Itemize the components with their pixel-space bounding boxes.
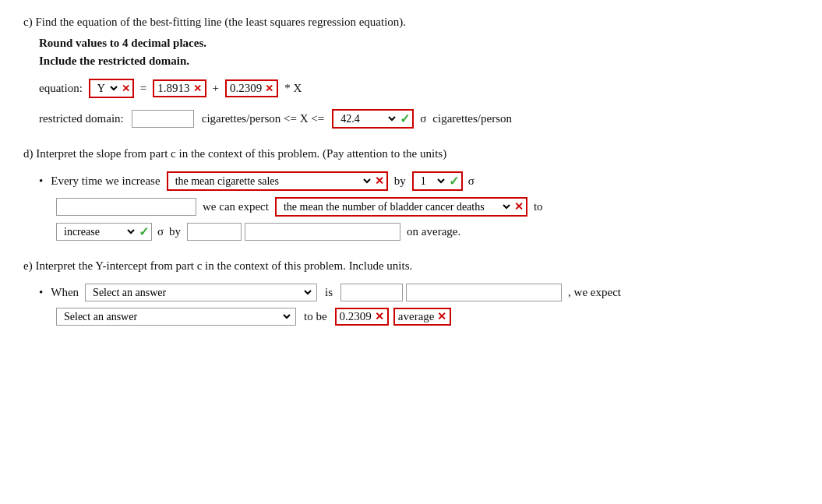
value-0309-box: 0.2309 ✕ [335,308,389,326]
average-label: average [398,310,435,323]
by-select[interactable]: 1 [416,174,447,189]
to-be-label: to be [304,310,327,323]
sigma-icon-domain: σ [420,112,426,125]
y-x-button[interactable]: ✕ [122,83,130,95]
part-e-row1: • When Select an answer is , we expect [39,284,799,301]
part-d: d) Interpret the slope from part c in th… [23,147,799,241]
y-dropdown-box[interactable]: Y ✕ [89,79,134,98]
intercept-x-button[interactable]: ✕ [193,83,202,95]
domain-include-text: Include the restricted domain. [39,55,799,68]
by-label: by [394,174,406,188]
by-check-icon: ✓ [449,174,459,189]
sigma-icon-2: σ [157,225,164,238]
unit-blank-input[interactable] [56,198,196,216]
part-c-indent: Round values to 4 decimal places. Includ… [39,37,799,129]
select-answer-1-box[interactable]: Select an answer [85,284,317,301]
domain-middle-text: cigarettes/person <= X <= [202,112,325,125]
to-text: to [534,200,543,213]
increase-dropdown-box[interactable]: increase ✓ [56,223,152,241]
bladder-x-button[interactable]: ✕ [514,200,524,213]
slope-box: 0.2309 ✕ [225,79,278,97]
unit-input[interactable] [245,223,400,241]
amount-input[interactable] [187,223,242,241]
equals-sign: = [140,82,146,95]
cigarette-select[interactable]: the mean cigarette sales [171,174,373,189]
every-time-text: Every time we increase [51,174,160,188]
plus-sign: + [213,82,219,95]
we-expect-text: , we expect [568,286,621,299]
when-label: When [51,286,79,299]
increase-check-icon: ✓ [139,224,149,239]
select-answer-1-select[interactable]: Select an answer [88,285,314,300]
domain-left-input[interactable] [132,110,194,128]
domain-label: restricted domain: [39,112,124,125]
is-label: is [325,286,333,299]
times-x: * X [284,82,302,95]
intercept-box: 1.8913 ✕ [153,79,206,97]
sigma-icon-1: σ [468,174,475,188]
bullet-icon-2: • [39,286,43,299]
bladder-dropdown-box[interactable]: the mean the number of bladder cancer de… [275,197,527,217]
part-e-row2: Select an answer to be 0.2309 ✕ average … [56,308,799,326]
y-select[interactable]: Y [93,81,120,96]
slope-value: 0.2309 [230,82,262,95]
select-answer-2-select[interactable]: Select an answer [59,309,293,324]
bullet-icon-1: • [39,174,43,188]
domain-right-select[interactable]: 42.4 [336,111,398,126]
part-c: c) Find the equation of the best-fitting… [23,16,799,129]
round-text: Round values to 4 decimal places. [39,37,799,50]
slope-x-button[interactable]: ✕ [265,83,273,95]
part-e: e) Interpret the Y-intercept from part c… [23,259,799,326]
on-average-text: on average. [407,225,460,238]
we-can-expect-text: we can expect [203,200,269,213]
part-d-row2: we can expect the mean the number of bla… [56,197,799,217]
domain-unit: cigarettes/person [432,112,512,125]
equation-row: equation: Y ✕ = 1.8913 ✕ + 0.2309 [39,79,799,98]
by-label2: by [169,225,181,238]
part-e-title: e) Interpret the Y-intercept from part c… [23,259,799,273]
part-d-row1: • Every time we increase the mean cigare… [39,171,799,191]
value-0309-x-button[interactable]: ✕ [375,310,384,323]
increase-select[interactable]: increase [59,224,137,239]
intercept-value: 1.8913 [157,82,189,95]
average-x-button[interactable]: ✕ [437,310,446,323]
by-value-box[interactable]: 1 ✓ [412,171,463,191]
domain-right-box[interactable]: 42.4 ✓ [332,109,414,129]
average-box: average ✕ [393,308,452,326]
bladder-select[interactable]: the mean the number of bladder cancer de… [279,199,513,214]
value-0309: 0.2309 [340,310,372,323]
part-c-title: c) Find the equation of the best-fitting… [23,16,799,29]
cigarette-dropdown-box[interactable]: the mean cigarette sales ✕ [167,171,388,191]
part-d-indent: • Every time we increase the mean cigare… [39,171,799,241]
part-d-row3: increase ✓ σ by on average. [56,223,799,241]
equation-label: equation: [39,82,83,95]
e-blank1-input[interactable] [340,284,403,301]
e-blank2-input[interactable] [406,284,562,301]
restricted-domain-row: restricted domain: cigarettes/person <= … [39,109,799,129]
part-d-title: d) Interpret the slope from part c in th… [23,147,799,160]
part-e-indent: • When Select an answer is , we expect [39,284,799,326]
select-answer-2-box[interactable]: Select an answer [56,308,296,326]
domain-check-icon: ✓ [400,111,410,126]
cigarette-x-button[interactable]: ✕ [375,174,384,188]
